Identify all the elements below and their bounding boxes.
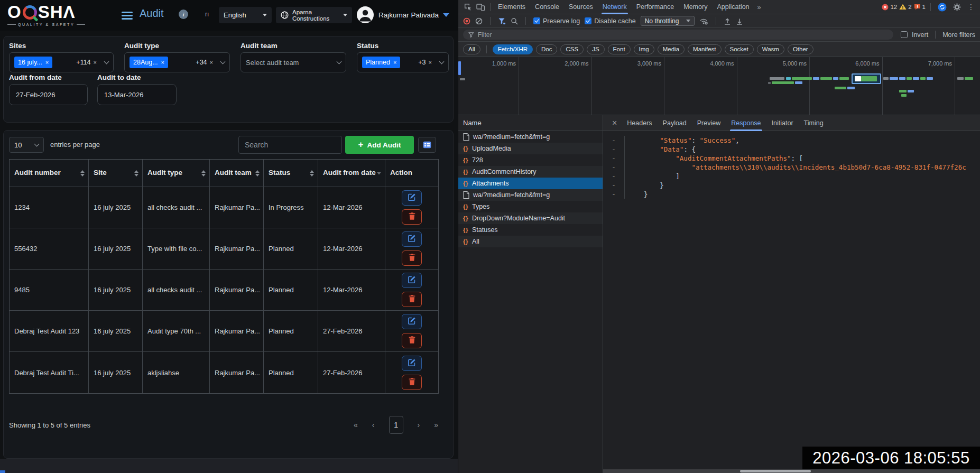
disable-cache-checkbox[interactable]: Disable cache bbox=[585, 17, 636, 25]
request-row-uploadmedia[interactable]: {}UploadMedia bbox=[458, 143, 603, 154]
edit-button[interactable] bbox=[402, 356, 422, 371]
detail-tab-response[interactable]: Response bbox=[726, 115, 766, 131]
request-row-wa-medium-fetch-fmt-g[interactable]: wa/?medium=fetch&fmt=g bbox=[458, 189, 603, 201]
pagination-page[interactable]: 1 bbox=[389, 416, 403, 434]
more-filters-button[interactable]: More filters bbox=[942, 31, 975, 39]
warning-badge[interactable]: 2 bbox=[899, 4, 911, 10]
detail-tab-headers[interactable]: Headers bbox=[622, 115, 657, 131]
scrollbar-thumb[interactable] bbox=[740, 470, 811, 472]
devtools-tab-performance[interactable]: Performance bbox=[632, 0, 679, 14]
sites-chip[interactable]: 16 july...× bbox=[14, 57, 52, 68]
delete-button[interactable] bbox=[402, 292, 422, 307]
fold-marker[interactable]: - bbox=[603, 136, 624, 145]
fold-marker[interactable]: - bbox=[603, 172, 624, 181]
horizontal-scrollbar[interactable] bbox=[603, 469, 980, 473]
network-conditions-icon[interactable] bbox=[699, 17, 708, 25]
filter-funnel-icon[interactable] bbox=[498, 17, 506, 25]
network-overview[interactable]: 1,000 ms2,000 ms3,000 ms4,000 ms5,000 ms… bbox=[458, 57, 980, 115]
info-icon[interactable]: i bbox=[179, 10, 188, 19]
error-badge[interactable]: 12 bbox=[882, 4, 897, 11]
resource-chip-fetch-xhr[interactable]: Fetch/XHR bbox=[493, 44, 533, 54]
kebab-menu-icon[interactable]: ⋮ bbox=[965, 3, 977, 11]
import-har-icon[interactable] bbox=[724, 17, 731, 25]
detail-tab-preview[interactable]: Preview bbox=[692, 115, 726, 131]
settings-gear-icon[interactable] bbox=[951, 3, 963, 11]
request-row-728[interactable]: {}728 bbox=[458, 154, 603, 166]
resource-chip-font[interactable]: Font bbox=[608, 44, 631, 54]
delete-button[interactable] bbox=[402, 251, 422, 266]
page-size-select[interactable]: 10 bbox=[9, 137, 44, 153]
request-row-dropdown-modulename-audit[interactable]: {}DropDown?ModuleName=Audit bbox=[458, 212, 603, 224]
throttling-select[interactable]: No throttling bbox=[641, 16, 695, 26]
resource-chip-all[interactable]: All bbox=[463, 44, 480, 54]
devtools-tab-memory[interactable]: Memory bbox=[679, 0, 712, 14]
remove-chip-icon[interactable]: × bbox=[45, 59, 49, 66]
fold-marker[interactable]: - bbox=[603, 163, 624, 172]
resource-chip-doc[interactable]: Doc bbox=[536, 44, 557, 54]
recorder-extension-icon[interactable] bbox=[936, 3, 949, 12]
export-har-icon[interactable] bbox=[736, 17, 743, 25]
language-select[interactable]: English bbox=[219, 7, 272, 23]
response-viewer[interactable]: - "Status": "Success",- "Data": {- "Audi… bbox=[603, 131, 980, 473]
remove-chip-icon[interactable]: × bbox=[393, 59, 396, 66]
device-toolbar-icon[interactable] bbox=[474, 3, 487, 11]
add-audit-button[interactable]: + Add Audit bbox=[345, 136, 414, 154]
request-row-auditcommenthistory[interactable]: {}AuditCommentHistory bbox=[458, 166, 603, 178]
devtools-tab-network[interactable]: Network bbox=[598, 0, 632, 14]
detail-tab-timing[interactable]: Timing bbox=[799, 115, 829, 131]
more-tabs-icon[interactable]: » bbox=[754, 3, 764, 11]
name-column-header[interactable]: Name bbox=[458, 115, 603, 131]
menu-icon[interactable] bbox=[122, 12, 133, 13]
pagination-next[interactable]: › bbox=[418, 421, 420, 429]
audit-team-multiselect[interactable]: Select audit team bbox=[241, 52, 346, 72]
edit-button[interactable] bbox=[402, 314, 422, 329]
request-row-types[interactable]: {}Types bbox=[458, 201, 603, 212]
resource-chip-media[interactable]: Media bbox=[658, 44, 685, 54]
clear-all-icon[interactable]: × bbox=[210, 59, 213, 66]
clear-all-icon[interactable]: × bbox=[429, 59, 432, 66]
fold-marker[interactable]: - bbox=[603, 154, 624, 163]
remove-chip-icon[interactable]: × bbox=[161, 59, 164, 66]
detail-tab-initiator[interactable]: Initiator bbox=[766, 115, 799, 131]
edit-button[interactable] bbox=[402, 273, 422, 288]
audit-type-chip[interactable]: 28Aug...× bbox=[130, 57, 168, 68]
fold-marker[interactable]: - bbox=[603, 190, 624, 199]
status-chip[interactable]: Planned× bbox=[362, 57, 400, 68]
network-filter-input[interactable] bbox=[478, 31, 888, 39]
devtools-tab-sources[interactable]: Sources bbox=[564, 0, 598, 14]
user-avatar[interactable] bbox=[356, 6, 374, 24]
column-header-audit-type[interactable]: Audit type bbox=[143, 160, 210, 187]
resource-chip-js[interactable]: JS bbox=[587, 44, 604, 54]
delete-button[interactable] bbox=[402, 375, 422, 390]
clear-network-log-icon[interactable] bbox=[475, 17, 483, 25]
pagination-first[interactable]: « bbox=[354, 421, 358, 429]
column-header-status[interactable]: Status bbox=[264, 160, 318, 187]
edit-button[interactable] bbox=[402, 231, 422, 247]
close-icon[interactable]: × bbox=[607, 118, 622, 128]
detail-tab-payload[interactable]: Payload bbox=[658, 115, 692, 131]
resource-chip-manifest[interactable]: Manifest bbox=[688, 44, 721, 54]
sites-multiselect[interactable]: 16 july...× +114× bbox=[9, 52, 114, 72]
request-row-attachments[interactable]: {}Attachments bbox=[458, 178, 603, 189]
status-multiselect[interactable]: Planned× +3× bbox=[357, 52, 449, 72]
edit-button[interactable] bbox=[402, 190, 422, 206]
column-header-audit-from-date[interactable]: Audit from date bbox=[318, 160, 385, 187]
resource-chip-wasm[interactable]: Wasm bbox=[757, 44, 784, 54]
request-row-all[interactable]: {}All bbox=[458, 236, 603, 247]
devtools-tab-console[interactable]: Console bbox=[530, 0, 564, 14]
pagination-last[interactable]: » bbox=[434, 421, 438, 429]
issues-badge[interactable]: 1 bbox=[914, 4, 926, 10]
column-header-site[interactable]: Site bbox=[89, 160, 143, 187]
delete-button[interactable] bbox=[402, 333, 422, 348]
resource-chip-img[interactable]: Img bbox=[634, 44, 654, 54]
search-input[interactable] bbox=[238, 136, 342, 154]
audit-from-date-input[interactable] bbox=[9, 84, 88, 105]
pagination-prev[interactable]: ‹ bbox=[372, 421, 375, 429]
view-toggle-button[interactable] bbox=[418, 137, 436, 153]
request-row-wa-medium-fetch-fmt-g[interactable]: wa/?medium=fetch&fmt=g bbox=[458, 131, 603, 143]
column-header-audit-team[interactable]: Audit team bbox=[210, 160, 264, 187]
devtools-tab-application[interactable]: Application bbox=[712, 0, 754, 14]
search-icon[interactable] bbox=[511, 17, 518, 25]
resource-chip-socket[interactable]: Socket bbox=[725, 44, 754, 54]
preserve-log-checkbox[interactable]: Preserve log bbox=[533, 17, 580, 25]
